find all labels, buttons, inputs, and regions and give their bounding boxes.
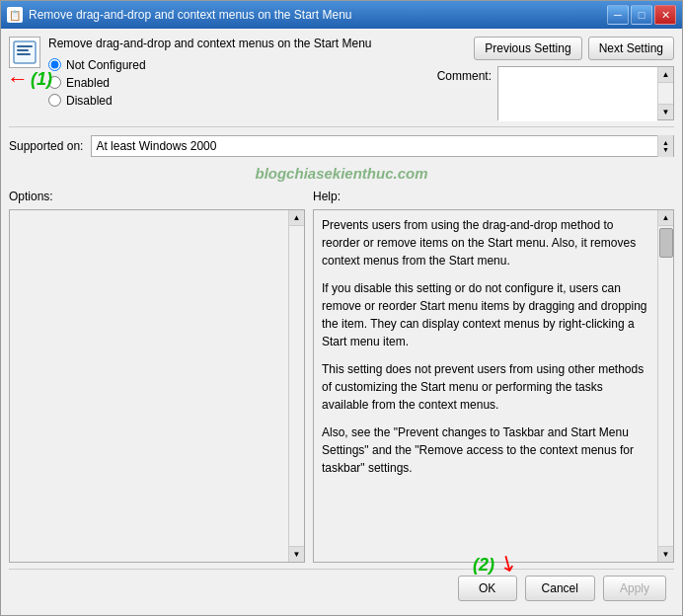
enabled-label: Enabled <box>66 76 110 90</box>
next-setting-button[interactable]: Next Setting <box>588 37 674 60</box>
content-area: Remove drag-and-drop and context menus o… <box>1 29 682 615</box>
supported-label: Supported on: <box>9 139 83 153</box>
not-configured-label: Not Configured <box>66 58 146 72</box>
options-panel: ▲ ▼ <box>9 209 305 563</box>
options-scrollbar: ▲ ▼ <box>288 210 304 562</box>
not-configured-option[interactable]: Not Configured <box>48 58 429 72</box>
disabled-radio[interactable] <box>48 94 61 107</box>
help-scroll-down[interactable]: ▼ <box>658 546 673 562</box>
previous-setting-button[interactable]: Previous Setting <box>474 37 581 60</box>
svg-rect-0 <box>14 41 36 63</box>
svg-rect-1 <box>17 45 33 47</box>
minimize-button[interactable]: ─ <box>607 5 629 25</box>
panel-labels: Options: Help: <box>9 190 674 203</box>
comment-input[interactable] <box>498 67 657 121</box>
title-bar: 📋 Remove drag-and-drop and context menus… <box>1 1 682 29</box>
svg-rect-3 <box>17 53 31 55</box>
disabled-label: Disabled <box>66 94 113 108</box>
supported-scroll-up[interactable]: ▲ <box>662 139 669 146</box>
policy-title: Remove drag-and-drop and context menus o… <box>48 37 429 52</box>
help-text: Prevents users from using the drag-and-d… <box>314 210 657 562</box>
comment-label: Comment: <box>437 69 492 83</box>
window-icon: 📋 <box>7 7 23 23</box>
help-paragraph: If you disable this setting or do not co… <box>322 279 649 350</box>
supported-scrollbar: ▲ ▼ <box>657 135 673 157</box>
help-scrollbar: ▲ ▼ <box>657 210 673 562</box>
disabled-option[interactable]: Disabled <box>48 94 429 108</box>
supported-row: Supported on: At least Windows 2000 ▲ ▼ <box>9 135 674 157</box>
help-panel: Prevents users from using the drag-and-d… <box>313 209 674 563</box>
ok-button[interactable]: OK <box>458 576 517 601</box>
policy-icon <box>9 37 40 68</box>
help-label: Help: <box>313 190 674 203</box>
help-paragraph: This setting does not prevent users from… <box>322 360 649 414</box>
help-paragraph: Prevents users from using the drag-and-d… <box>322 216 649 270</box>
bottom-bar: (2) ↘ OK Cancel Apply <box>9 569 674 607</box>
options-content <box>10 210 288 562</box>
main-window: 📋 Remove drag-and-drop and context menus… <box>0 0 683 616</box>
close-button[interactable]: ✕ <box>654 5 676 25</box>
apply-button[interactable]: Apply <box>603 576 666 601</box>
comment-section: Comment: ▲ ▼ <box>437 66 674 120</box>
enabled-radio[interactable] <box>48 76 61 89</box>
maximize-button[interactable]: □ <box>631 5 652 25</box>
options-scroll-down[interactable]: ▼ <box>289 546 304 562</box>
help-box: Prevents users from using the drag-and-d… <box>313 209 674 563</box>
svg-rect-2 <box>17 49 29 51</box>
comment-scrollbar: ▲ ▼ <box>657 67 673 119</box>
title-controls: ─ □ ✕ <box>607 5 676 25</box>
help-paragraph: Also, see the "Prevent changes to Taskba… <box>322 424 649 477</box>
scroll-up-arrow[interactable]: ▲ <box>658 67 673 83</box>
help-scroll-thumb[interactable] <box>659 228 673 258</box>
not-configured-radio[interactable] <box>48 58 61 71</box>
watermark: blogchiasekienthuc.com <box>9 163 674 184</box>
scroll-down-arrow[interactable]: ▼ <box>658 104 673 119</box>
options-scroll-up[interactable]: ▲ <box>289 210 304 226</box>
supported-value: At least Windows 2000 <box>92 139 657 153</box>
top-section: Remove drag-and-drop and context menus o… <box>9 37 674 127</box>
enabled-option[interactable]: Enabled <box>48 76 429 90</box>
policy-info-area: Remove drag-and-drop and context menus o… <box>48 37 429 108</box>
options-box: ▲ ▼ <box>9 209 305 563</box>
window-title: Remove drag-and-drop and context menus o… <box>29 8 607 22</box>
radio-group: Not Configured Enabled Disabled <box>48 58 429 108</box>
options-label: Options: <box>9 190 305 203</box>
middle-section: ▲ ▼ Prevents users from using the drag-a… <box>9 209 674 563</box>
cancel-button[interactable]: Cancel <box>525 576 595 601</box>
supported-scroll-down[interactable]: ▼ <box>662 146 669 153</box>
help-scroll-up[interactable]: ▲ <box>658 210 673 226</box>
